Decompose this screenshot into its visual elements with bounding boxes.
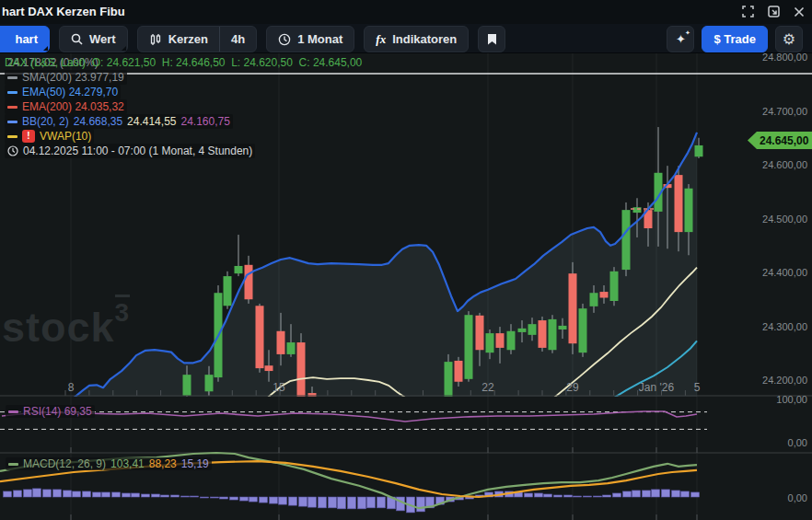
chart-type-button[interactable]: Kerzen	[138, 27, 219, 52]
macd-histogram-bar	[240, 497, 249, 501]
macd-histogram-bar	[672, 491, 680, 497]
macd-histogram-bar	[132, 493, 140, 497]
macd-histogram-bar	[249, 497, 258, 502]
macd-histogram-bar	[83, 491, 91, 497]
macd-histogram-bar	[338, 497, 346, 509]
popout-icon[interactable]	[768, 6, 780, 17]
macd-histogram-bar	[584, 496, 592, 497]
macd-histogram-bar	[270, 497, 278, 503]
candle	[205, 375, 214, 391]
candle	[224, 276, 232, 306]
macd-histogram-bar	[152, 494, 160, 497]
main-pane	[65, 127, 703, 401]
macd-histogram-bar	[358, 497, 366, 509]
last-price-badge: 24.645,00	[748, 132, 812, 149]
candle	[518, 329, 527, 332]
chart-tab-button[interactable]: hart	[0, 26, 50, 52]
candle	[265, 365, 273, 371]
macd-histogram-bar	[632, 491, 641, 497]
price-axis-label: 24.700,00	[743, 106, 807, 117]
candle	[256, 306, 264, 368]
macd-histogram-bar	[299, 497, 307, 506]
macd-histogram-bar	[64, 491, 72, 497]
legend-sma200[interactable]: SMA(200) 23.977,19	[5, 70, 362, 85]
legend-bb[interactable]: BB(20, 2) 24.668,35 24.414,55 24.160,75	[5, 114, 362, 129]
legend-ema200[interactable]: EMA(200) 24.035,32	[5, 99, 362, 114]
ai-assistant-button[interactable]: ✦✦	[667, 26, 694, 52]
legend-timerange: 04.12.2025 11:00 - 07:00 (1 Monat, 4 Stu…	[5, 144, 362, 158]
macd-histogram-bar	[53, 490, 62, 497]
price-axis-label: 24.200,00	[743, 375, 807, 386]
gear-icon: ⚙	[783, 32, 795, 47]
macd-histogram-bar	[367, 497, 376, 508]
chart-window: stock3 24.178,02 (0.00%) DAX (L&S, Last)…	[0, 0, 812, 520]
trade-button[interactable]: $ Trade	[702, 26, 768, 52]
candle	[569, 273, 577, 343]
candle	[685, 189, 693, 232]
macd-histogram-bar	[594, 496, 602, 497]
candle	[559, 326, 567, 329]
fx-icon: fx	[376, 32, 386, 47]
clock-icon	[278, 33, 291, 46]
candle	[277, 331, 285, 354]
macd-histogram-bar	[33, 489, 41, 497]
macd-histogram-bar	[377, 497, 386, 508]
legend-ema50[interactable]: EMA(50) 24.279,70	[5, 85, 362, 99]
time-axis-label: Jan '26	[639, 381, 674, 394]
search-icon	[71, 33, 83, 45]
macd-histogram-bar	[191, 496, 199, 497]
settings-button[interactable]: ⚙	[775, 26, 803, 52]
macd-histogram-bar	[279, 497, 287, 504]
page-title: hart DAX Kerzen Fibu	[2, 5, 125, 18]
macd-histogram-bar	[535, 493, 543, 497]
bb-fill	[74, 133, 697, 398]
candle	[528, 324, 537, 335]
candle	[486, 333, 494, 352]
toolbar: hart Wert Kerzen 4h 1 Monat fx Indikat	[0, 24, 812, 53]
charttype-interval-group: Kerzen 4h	[137, 26, 258, 52]
vwap-error-icon[interactable]: !	[22, 130, 35, 143]
close-icon[interactable]	[794, 6, 805, 17]
indicator-axis-label: 100,00	[743, 394, 807, 405]
indicators-button[interactable]: fx Indikatoren	[364, 26, 469, 52]
macd-histogram-bar	[14, 491, 22, 497]
macd-histogram-bar	[73, 491, 81, 497]
macd-histogram-bar	[142, 494, 150, 497]
symbol-search-button[interactable]: Wert	[59, 26, 128, 52]
macd-histogram-bar	[211, 497, 219, 498]
range-button[interactable]: 1 Monat	[266, 26, 354, 52]
macd-histogram-bar	[289, 497, 297, 505]
clock-icon	[7, 145, 18, 156]
candle	[600, 292, 609, 297]
fullscreen-icon[interactable]	[742, 6, 754, 17]
indicator-axis-label: 0,00	[743, 437, 807, 448]
legend-symbol-ohlc[interactable]: DAX (L&S, Last) O: 24.621,50 H: 24.646,5…	[5, 55, 362, 70]
ema50-swatch	[7, 91, 17, 94]
macd-histogram-bar	[613, 493, 621, 497]
macd-histogram-bar	[181, 496, 190, 497]
legend-symbol-row: 24.178,02 (0.00%) DAX (L&S, Last) O: 24.…	[5, 55, 362, 70]
macd-histogram-bar	[43, 490, 52, 497]
price-axis-label: 24.400,00	[743, 267, 807, 278]
interval-button[interactable]: 4h	[220, 27, 256, 52]
bookmark-icon	[487, 33, 497, 45]
macd-histogram-bar	[564, 495, 573, 497]
candle	[622, 210, 631, 270]
rsi-label[interactable]: RSI(14) 69,35	[6, 405, 95, 418]
candle	[610, 272, 619, 301]
macd-histogram-bar	[112, 492, 121, 497]
bookmark-button[interactable]	[478, 26, 505, 52]
time-axis-label: 29	[566, 381, 578, 394]
macd-histogram-bar	[201, 497, 209, 498]
macd-histogram-bar	[24, 490, 32, 497]
macd-histogram-bar	[681, 491, 690, 497]
macd-label[interactable]: MACD(12, 26, 9) 103,41 88,23 15,19	[6, 457, 212, 470]
sparkles-icon: ✦✦	[676, 33, 686, 45]
rsi-swatch	[8, 410, 18, 413]
macd-histogram-bar	[319, 497, 327, 508]
candle	[455, 361, 463, 382]
macd-histogram-bar	[220, 497, 228, 499]
candle	[287, 342, 296, 354]
candle	[507, 331, 516, 350]
legend-vwap[interactable]: ! VWAP(10)	[5, 129, 362, 144]
